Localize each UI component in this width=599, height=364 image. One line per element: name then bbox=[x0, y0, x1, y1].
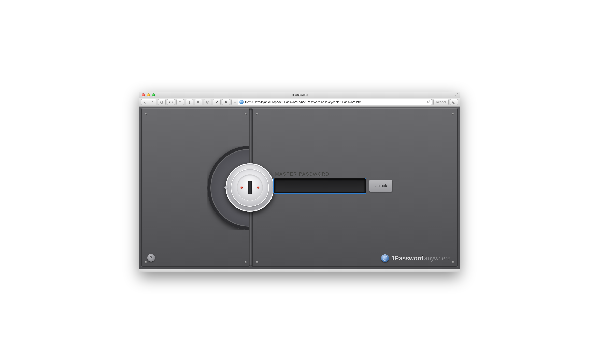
reader-button[interactable]: Reader bbox=[433, 99, 449, 105]
rivet-icon bbox=[256, 113, 258, 115]
rivet-icon bbox=[452, 261, 454, 263]
keyhole-icon bbox=[248, 181, 252, 194]
browser-window: 1Password bbox=[139, 92, 460, 272]
minimize-window-button[interactable] bbox=[147, 93, 150, 96]
rivet-icon bbox=[452, 113, 454, 115]
rivet-icon bbox=[145, 113, 147, 115]
master-password-input[interactable] bbox=[274, 178, 366, 193]
brand-suffix: anywhere bbox=[424, 255, 451, 262]
evernote-extension-icon[interactable] bbox=[195, 99, 202, 105]
brand-text: 1Passwordanywhere bbox=[391, 255, 451, 262]
text-cursor-extension-icon[interactable] bbox=[186, 99, 193, 105]
onepassword-logo-icon bbox=[381, 254, 389, 262]
unlock-form: MASTER PASSWORD Unlock bbox=[274, 172, 445, 193]
help-button[interactable]: ? bbox=[147, 254, 155, 262]
brand-footer: 1Passwordanywhere bbox=[381, 254, 451, 262]
svg-point-2 bbox=[207, 102, 208, 102]
dial-face bbox=[237, 174, 263, 201]
vault-dial bbox=[226, 163, 274, 212]
dial-inner-ring bbox=[231, 169, 269, 207]
add-bookmark-button[interactable]: + bbox=[231, 99, 238, 105]
unlock-button[interactable]: Unlock bbox=[369, 180, 392, 192]
brand-name: 1Password bbox=[391, 255, 424, 262]
compass-extension-icon[interactable] bbox=[158, 99, 166, 105]
window-controls bbox=[139, 93, 155, 96]
close-window-button[interactable] bbox=[142, 93, 145, 96]
back-button[interactable] bbox=[141, 99, 149, 105]
icloud-extension-icon[interactable] bbox=[167, 99, 175, 105]
window-title: 1Password bbox=[139, 93, 460, 97]
globe-favicon-icon bbox=[239, 100, 244, 104]
scissors-extension-icon[interactable] bbox=[222, 99, 230, 105]
disc-extension-icon[interactable] bbox=[204, 99, 211, 105]
status-bar bbox=[139, 269, 460, 272]
led-indicator-icon bbox=[257, 187, 259, 189]
share-button[interactable] bbox=[176, 99, 184, 105]
address-bar-group: + file:///Users/kyank/Dropbox/1PasswordS… bbox=[231, 99, 432, 105]
titlebar: 1Password bbox=[139, 92, 460, 98]
master-password-label: MASTER PASSWORD bbox=[274, 172, 445, 177]
mic-extension-icon[interactable] bbox=[213, 99, 221, 105]
address-bar[interactable]: file:///Users/kyank/Dropbox/1PasswordSyn… bbox=[238, 99, 432, 105]
page-content: MASTER PASSWORD Unlock ? 1Passwordanywhe… bbox=[139, 107, 460, 269]
rivet-icon bbox=[145, 261, 147, 263]
rivet-icon bbox=[245, 113, 247, 115]
plus-icon: + bbox=[234, 100, 236, 104]
address-text: file:///Users/kyank/Dropbox/1PasswordSyn… bbox=[245, 100, 362, 104]
reload-icon[interactable] bbox=[427, 100, 430, 104]
forward-button[interactable] bbox=[149, 99, 156, 105]
browser-toolbar: + file:///Users/kyank/Dropbox/1PasswordS… bbox=[139, 98, 460, 107]
dial-spoke-icon bbox=[224, 186, 228, 189]
rivet-icon bbox=[256, 261, 258, 263]
rivet-icon bbox=[245, 261, 247, 263]
downloads-button[interactable] bbox=[450, 99, 458, 105]
nav-back-forward bbox=[141, 99, 156, 105]
question-mark-icon: ? bbox=[150, 255, 153, 261]
dial-outer-ring bbox=[226, 163, 274, 212]
led-indicator-icon bbox=[241, 187, 243, 189]
zoom-window-button[interactable] bbox=[152, 93, 155, 96]
fullscreen-icon[interactable] bbox=[455, 93, 458, 97]
